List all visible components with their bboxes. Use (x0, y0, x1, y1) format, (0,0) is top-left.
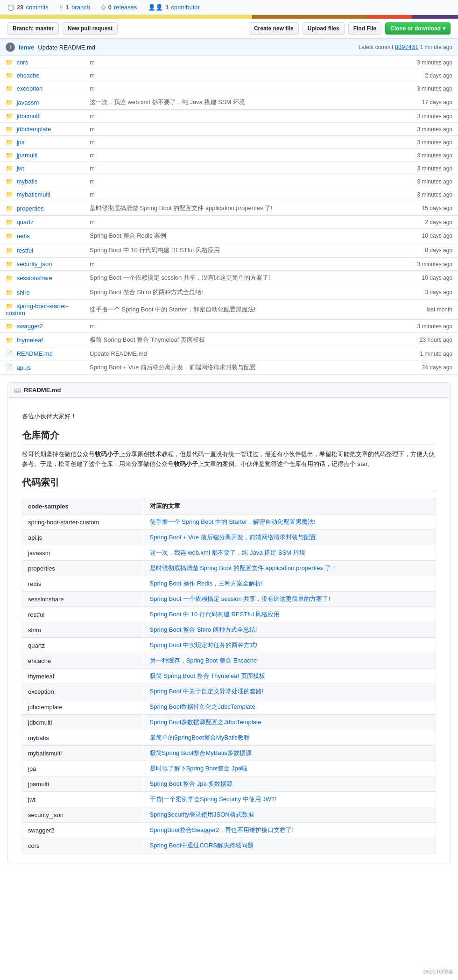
file-name-link[interactable]: jpamulti (17, 152, 38, 159)
folder-icon: 📁 (6, 72, 13, 79)
file-name-link[interactable]: shiro (17, 289, 30, 296)
table-row: sessionshareSpring Boot 一个依赖搞定 session 共… (22, 592, 436, 607)
article-link-cell[interactable]: 极简 Spring Boot 整合 Thymeleaf 页面模板 (144, 669, 436, 684)
branches-count: 1 (66, 4, 69, 11)
file-name-link[interactable]: swagger2 (17, 323, 43, 330)
file-name-link[interactable]: properties (17, 205, 44, 212)
article-link-cell[interactable]: SpringBoot整合Swagger2，再也不用维护接口文档了! (144, 823, 436, 838)
branches-link[interactable]: branch (71, 4, 90, 11)
create-new-file-button[interactable]: Create new file (249, 22, 299, 35)
file-name-link[interactable]: jpa (17, 139, 25, 146)
article-link[interactable]: Spring Boot 一个依赖搞定 session 共享，没有比这更简单的方案… (150, 595, 330, 602)
article-link[interactable]: Spring Boot 中实现定时任务的两种方式! (150, 642, 258, 649)
article-link[interactable]: Spring Boot 中 10 行代码构建 RESTful 风格应用 (150, 611, 280, 618)
file-name-link[interactable]: ehcache (17, 72, 40, 79)
article-link-cell[interactable]: 是时候了解下Spring Boot整合 Jpa啦 (144, 761, 436, 776)
file-name-link[interactable]: quartz (17, 219, 34, 226)
article-link-cell[interactable]: Spring Boot 一个依赖搞定 session 共享，没有比这更简单的方案… (144, 592, 436, 607)
file-name-link[interactable]: cors (17, 59, 28, 66)
code-sample-name: spring-boot-starter-custom (22, 515, 144, 530)
article-link-cell[interactable]: Spring Boot 整合 Shiro 两种方式全总结! (144, 622, 436, 638)
article-link[interactable]: 另一种缓存，Spring Boot 整合 Ehcache (150, 657, 257, 664)
code-sample-name: security_json (22, 807, 144, 823)
article-link-cell[interactable]: Spring Boot 中关于自定义异常处理的套路! (144, 684, 436, 699)
file-name-link[interactable]: spring-boot-starter-custom (6, 303, 68, 317)
article-link[interactable]: 这一次，我连 web.xml 都不要了，纯 Java 搭建 SSM 环境 (150, 549, 305, 556)
new-pull-request-button[interactable]: New pull request (63, 22, 118, 35)
commit-message[interactable]: Update README.md (38, 44, 95, 51)
article-link[interactable]: Spring Boot + Vue 前后端分离开发，前端网络请求封装与配置 (150, 534, 316, 541)
article-link[interactable]: SpringSecurity登录使用JSON格式数据 (150, 811, 254, 818)
article-link[interactable]: 徒手撸一个 Spring Boot 中的 Starter，解密自动化配置黑魔法! (150, 518, 316, 525)
article-link[interactable]: Spring Boot多数据源配置之JdbcTemplate (150, 719, 261, 726)
article-link[interactable]: 是时候了解下Spring Boot整合 Jpa啦 (150, 765, 248, 772)
file-name-link[interactable]: mybatismulti (17, 191, 50, 198)
commits-link[interactable]: commits (26, 4, 48, 11)
upload-files-button[interactable]: Upload files (303, 22, 345, 35)
file-description: m (90, 261, 95, 268)
table-header: code-samples (22, 498, 144, 515)
article-link-cell[interactable]: 徒手撸一个 Spring Boot 中的 Starter，解密自动化配置黑魔法! (144, 515, 436, 530)
file-name-link[interactable]: jwt (17, 165, 24, 172)
file-name-link[interactable]: exception (17, 85, 43, 92)
article-link-cell[interactable]: Spring Boot数据持久化之JdbcTemplate (144, 699, 436, 715)
commit-author[interactable]: lenve (19, 44, 34, 51)
file-name-link[interactable]: restful (17, 247, 33, 254)
article-link[interactable]: Spring Boot 整合 Shiro 两种方式全总结! (150, 626, 257, 633)
article-link-cell[interactable]: 是时候彻底搞清楚 Spring Boot 的配置文件 application.p… (144, 561, 436, 576)
article-link[interactable]: Spring Boot数据持久化之JdbcTemplate (150, 703, 255, 710)
readme-body: 各位小伙伴大家好！ 仓库简介 松哥长期坚持在微信公众号牧码小子上分享原创技术教程… (8, 398, 450, 863)
branch-selector[interactable]: Branch: master (7, 22, 59, 35)
readme-title: README.md (24, 387, 61, 394)
file-time: 24 days ago (386, 360, 458, 375)
file-name-link[interactable]: jdbcmulti (17, 113, 41, 120)
article-link-cell[interactable]: Spring Boot 操作 Redis，三种方案全解析! (144, 576, 436, 592)
article-link-cell[interactable]: Spring Boot 中 10 行代码构建 RESTful 风格应用 (144, 607, 436, 622)
article-link-cell[interactable]: Spring Boot 整合 Jpa 多数据源 (144, 776, 436, 792)
article-link-cell[interactable]: 干货|一个案例学会Spring Security 中使用 JWT! (144, 792, 436, 807)
file-name-link[interactable]: README.md (17, 350, 53, 357)
file-name-link[interactable]: redis (17, 233, 30, 240)
contributors-count: 1 (165, 4, 169, 11)
table-row: spring-boot-starter-custom徒手撸一个 Spring B… (22, 515, 436, 530)
article-link-cell[interactable]: Spring Boot中通过CORS解决跨域问题 (144, 838, 436, 853)
file-description: Spring Boot 整合 Shiro 的两种方式全总结! (90, 289, 203, 296)
file-time: 3 minutes ago (386, 136, 458, 149)
commit-hash[interactable]: 8d97431 (395, 44, 419, 50)
article-link[interactable]: 极简 Spring Boot 整合 Thymeleaf 页面模板 (150, 672, 265, 679)
article-link[interactable]: Spring Boot 整合 Jpa 多数据源 (150, 780, 233, 787)
releases-link[interactable]: releases (114, 4, 137, 11)
contributors-link[interactable]: contributor (171, 4, 199, 11)
file-name-link[interactable]: mybatis (17, 178, 38, 185)
branches-stat[interactable]: ⑂ 1 branch (60, 4, 90, 11)
table-row: redisSpring Boot 操作 Redis，三种方案全解析! (22, 576, 436, 592)
article-link[interactable]: Spring Boot 中关于自定义异常处理的套路! (150, 688, 264, 695)
article-link-cell[interactable]: 最简单的SpringBoot整合MyBatis教程 (144, 730, 436, 746)
clone-download-button[interactable]: Clone or download ▾ (385, 22, 451, 35)
article-link[interactable]: 干货|一个案例学会Spring Security 中使用 JWT! (150, 796, 277, 803)
file-name-link[interactable]: javassm (17, 99, 39, 106)
article-link-cell[interactable]: 这一次，我连 web.xml 都不要了，纯 Java 搭建 SSM 环境 (144, 545, 436, 561)
file-name-link[interactable]: sessionshare (17, 275, 53, 282)
article-link[interactable]: Spring Boot 操作 Redis，三种方案全解析! (150, 580, 263, 587)
article-link[interactable]: SpringBoot整合Swagger2，再也不用维护接口文档了! (150, 826, 294, 833)
article-link[interactable]: 是时候彻底搞清楚 Spring Boot 的配置文件 application.p… (150, 564, 337, 571)
file-name-link[interactable]: security_json (17, 261, 52, 268)
file-name-link[interactable]: thymeleaf (17, 337, 43, 344)
commits-stat[interactable]: ◯ 28 commits (7, 4, 49, 11)
commits-icon: ◯ (7, 4, 14, 11)
releases-stat[interactable]: ◇ 0 releases (101, 4, 137, 11)
file-name-link[interactable]: jdbctemplate (17, 126, 51, 133)
article-link-cell[interactable]: SpringSecurity登录使用JSON格式数据 (144, 807, 436, 823)
contributors-stat[interactable]: 👤👤 1 contributor (148, 4, 200, 11)
article-link-cell[interactable]: Spring Boot多数据源配置之JdbcTemplate (144, 715, 436, 730)
article-link-cell[interactable]: 另一种缓存，Spring Boot 整合 Ehcache (144, 653, 436, 669)
article-link-cell[interactable]: 极简Spring Boot整合MyBatis多数据源 (144, 746, 436, 761)
article-link-cell[interactable]: Spring Boot 中实现定时任务的两种方式! (144, 638, 436, 653)
article-link[interactable]: 最简单的SpringBoot整合MyBatis教程 (150, 734, 250, 741)
article-link[interactable]: Spring Boot中通过CORS解决跨域问题 (150, 842, 254, 849)
find-file-button[interactable]: Find File (348, 22, 381, 35)
article-link-cell[interactable]: Spring Boot + Vue 前后端分离开发，前端网络请求封装与配置 (144, 530, 436, 545)
file-name-link[interactable]: api.js (17, 364, 31, 371)
article-link[interactable]: 极简Spring Boot整合MyBatis多数据源 (150, 749, 252, 756)
